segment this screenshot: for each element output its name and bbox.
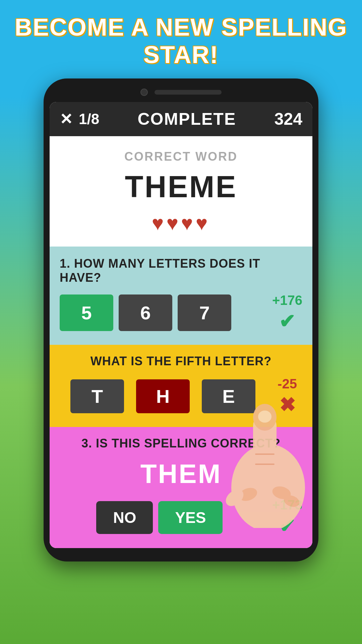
q2-option-0[interactable]: T [70,379,124,413]
q2-result-icon: ✖ [279,393,296,416]
header-left: ✕ 1/8 [60,111,99,127]
q1-score: +176 [272,293,302,308]
q3-score: +173 [272,497,302,513]
correct-word-label: CORRECT WORD [60,150,302,164]
phone-wrapper: ✕ 1/8 COMPLETE 324 CORRECT WORD THEME ♥♥… [44,78,318,561]
q2-section: WHAT IS THE FIFTH LETTER? T H E -25 ✖ [50,345,312,427]
q2-result: -25 ✖ [272,376,302,416]
q1-option-1[interactable]: 6 [119,294,172,331]
q3-yes-button[interactable]: YES [158,501,223,534]
hearts-display: ♥♥♥♥ [60,212,302,235]
phone-camera [140,89,148,96]
correct-word-section: CORRECT WORD THEME ♥♥♥♥ [50,136,312,247]
q2-option-1[interactable]: H [136,379,190,413]
q2-question: WHAT IS THE FIFTH LETTER? [60,354,302,368]
q1-answers: 5 6 7 +176 ✔ [60,293,302,333]
score-display: 324 [275,109,302,129]
q3-word: THEM [60,459,302,489]
question-counter: 1/8 [79,111,99,127]
q3-answers: NO YES +173 ✔ [60,497,302,537]
header-bar: ✕ 1/8 COMPLETE 324 [50,102,312,136]
complete-status: COMPLETE [137,109,236,129]
q3-section: 3. IS THIS SPELLING CORRECT? THEM NO YES… [50,427,312,548]
q2-score: -25 [278,376,297,391]
correct-word: THEME [60,170,302,204]
close-icon[interactable]: ✕ [60,111,73,127]
banner-title: BECOME A NEW SPELLING STAR! [7,13,355,68]
q1-question: 1. HOW MANY LETTERS DOES IT HAVE? [60,257,302,285]
q3-result-icon: ✔ [279,515,295,537]
q2-option-2[interactable]: E [202,379,255,413]
phone-shell: ✕ 1/8 COMPLETE 324 CORRECT WORD THEME ♥♥… [44,78,318,561]
q3-no-button[interactable]: NO [96,501,153,534]
q1-option-0[interactable]: 5 [60,294,113,331]
phone-speaker [155,90,222,95]
q1-result-icon: ✔ [279,310,295,333]
q1-result: +176 ✔ [272,293,302,333]
q3-question: 3. IS THIS SPELLING CORRECT? [60,436,302,450]
q1-option-2[interactable]: 7 [178,294,231,331]
q3-result: +173 ✔ [272,497,302,537]
top-banner: BECOME A NEW SPELLING STAR! [0,0,362,78]
phone-screen: ✕ 1/8 COMPLETE 324 CORRECT WORD THEME ♥♥… [50,102,312,548]
q2-answers: T H E -25 ✖ [60,376,302,416]
phone-top-bar [50,89,312,96]
q1-buttons: 5 6 7 [60,294,266,331]
q1-section: 1. HOW MANY LETTERS DOES IT HAVE? 5 6 7 … [50,247,312,345]
